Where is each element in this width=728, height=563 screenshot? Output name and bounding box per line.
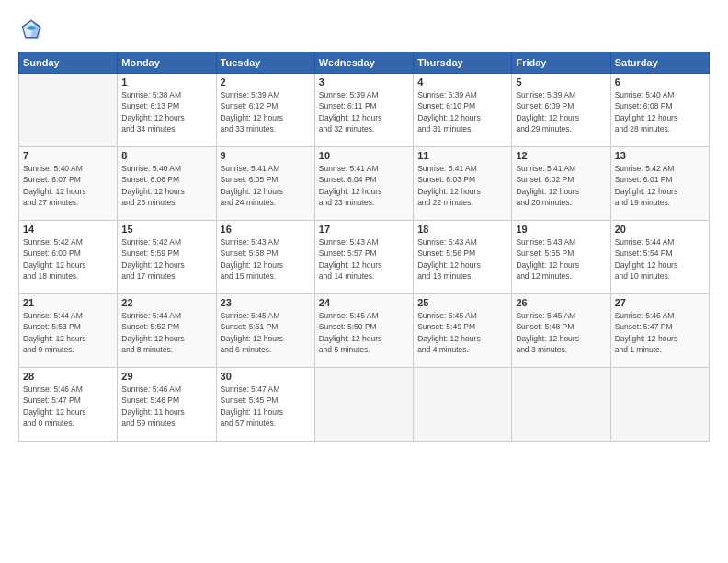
calendar-cell: 25Sunrise: 5:45 AM Sunset: 5:49 PM Dayli…: [414, 294, 512, 368]
weekday-header-thursday: Thursday: [414, 52, 512, 74]
day-number: 18: [417, 224, 507, 235]
day-info: Sunrise: 5:39 AM Sunset: 6:12 PM Dayligh…: [221, 89, 311, 134]
day-number: 2: [221, 76, 311, 87]
day-number: 3: [319, 76, 409, 87]
day-number: 19: [516, 224, 606, 235]
calendar-cell: 22Sunrise: 5:44 AM Sunset: 5:52 PM Dayli…: [118, 294, 216, 368]
day-number: 7: [23, 150, 113, 161]
day-number: 6: [615, 76, 705, 87]
day-info: Sunrise: 5:42 AM Sunset: 5:59 PM Dayligh…: [121, 236, 211, 282]
day-info: Sunrise: 5:40 AM Sunset: 6:06 PM Dayligh…: [121, 163, 211, 208]
calendar-cell: 8Sunrise: 5:40 AM Sunset: 6:06 PM Daylig…: [118, 147, 216, 221]
calendar-cell: 29Sunrise: 5:46 AM Sunset: 5:46 PM Dayli…: [118, 368, 216, 442]
calendar-cell: 24Sunrise: 5:45 AM Sunset: 5:50 PM Dayli…: [314, 294, 413, 368]
day-info: Sunrise: 5:44 AM Sunset: 5:53 PM Dayligh…: [23, 310, 113, 355]
calendar-cell: 21Sunrise: 5:44 AM Sunset: 5:53 PM Dayli…: [19, 294, 118, 368]
day-number: 4: [417, 76, 507, 87]
day-info: Sunrise: 5:41 AM Sunset: 6:02 PM Dayligh…: [516, 163, 606, 208]
day-info: Sunrise: 5:42 AM Sunset: 6:00 PM Dayligh…: [23, 236, 113, 282]
day-info: Sunrise: 5:45 AM Sunset: 5:50 PM Dayligh…: [319, 310, 409, 355]
calendar-cell: [414, 368, 512, 442]
logo-icon: [18, 17, 44, 42]
day-number: 26: [516, 297, 606, 308]
day-number: 16: [221, 224, 311, 235]
day-info: Sunrise: 5:46 AM Sunset: 5:47 PM Dayligh…: [615, 310, 705, 355]
day-info: Sunrise: 5:40 AM Sunset: 6:07 PM Dayligh…: [23, 163, 113, 208]
day-info: Sunrise: 5:41 AM Sunset: 6:04 PM Dayligh…: [319, 163, 409, 208]
logo: [18, 17, 50, 42]
calendar-cell: 19Sunrise: 5:43 AM Sunset: 5:55 PM Dayli…: [512, 221, 610, 294]
day-info: Sunrise: 5:41 AM Sunset: 6:03 PM Dayligh…: [417, 163, 507, 208]
day-number: 23: [221, 297, 311, 308]
calendar-cell: [314, 368, 413, 442]
calendar-cell: 12Sunrise: 5:41 AM Sunset: 6:02 PM Dayli…: [512, 147, 610, 221]
calendar-cell: 2Sunrise: 5:39 AM Sunset: 6:12 PM Daylig…: [216, 74, 314, 147]
day-info: Sunrise: 5:39 AM Sunset: 6:11 PM Dayligh…: [319, 89, 409, 134]
header: [18, 17, 710, 42]
weekday-header-sunday: Sunday: [19, 52, 118, 74]
calendar-cell: 6Sunrise: 5:40 AM Sunset: 6:08 PM Daylig…: [610, 74, 709, 147]
day-number: 15: [121, 224, 211, 235]
calendar-week-5: 28Sunrise: 5:46 AM Sunset: 5:47 PM Dayli…: [19, 368, 710, 442]
calendar-week-4: 21Sunrise: 5:44 AM Sunset: 5:53 PM Dayli…: [19, 294, 710, 368]
calendar-cell: 15Sunrise: 5:42 AM Sunset: 5:59 PM Dayli…: [118, 221, 216, 294]
day-number: 13: [615, 150, 705, 161]
calendar-cell: 13Sunrise: 5:42 AM Sunset: 6:01 PM Dayli…: [610, 147, 709, 221]
day-number: 14: [23, 224, 113, 235]
calendar-cell: 1Sunrise: 5:38 AM Sunset: 6:13 PM Daylig…: [118, 74, 216, 147]
day-number: 21: [23, 297, 113, 308]
day-number: 8: [121, 150, 211, 161]
day-number: 24: [319, 297, 409, 308]
day-info: Sunrise: 5:47 AM Sunset: 5:45 PM Dayligh…: [221, 384, 311, 429]
calendar-table: SundayMondayTuesdayWednesdayThursdayFrid…: [18, 52, 710, 442]
calendar-cell: 3Sunrise: 5:39 AM Sunset: 6:11 PM Daylig…: [314, 74, 413, 147]
day-info: Sunrise: 5:41 AM Sunset: 6:05 PM Dayligh…: [221, 163, 311, 208]
day-number: 29: [121, 371, 211, 382]
day-info: Sunrise: 5:40 AM Sunset: 6:08 PM Dayligh…: [615, 89, 705, 134]
day-number: 22: [121, 297, 211, 308]
day-info: Sunrise: 5:45 AM Sunset: 5:49 PM Dayligh…: [417, 310, 507, 355]
day-number: 9: [221, 150, 311, 161]
calendar-cell: 26Sunrise: 5:45 AM Sunset: 5:48 PM Dayli…: [512, 294, 610, 368]
day-info: Sunrise: 5:42 AM Sunset: 6:01 PM Dayligh…: [615, 163, 705, 208]
day-number: 25: [417, 297, 507, 308]
day-number: 28: [23, 371, 113, 382]
day-number: 30: [221, 371, 311, 382]
day-info: Sunrise: 5:39 AM Sunset: 6:10 PM Dayligh…: [417, 89, 507, 134]
day-number: 27: [615, 297, 705, 308]
day-info: Sunrise: 5:44 AM Sunset: 5:54 PM Dayligh…: [615, 236, 705, 282]
day-info: Sunrise: 5:43 AM Sunset: 5:58 PM Dayligh…: [221, 236, 311, 282]
calendar-cell: 28Sunrise: 5:46 AM Sunset: 5:47 PM Dayli…: [19, 368, 118, 442]
calendar-cell: [512, 368, 610, 442]
weekday-header-friday: Friday: [512, 52, 610, 74]
day-info: Sunrise: 5:46 AM Sunset: 5:47 PM Dayligh…: [23, 384, 113, 429]
calendar-header: SundayMondayTuesdayWednesdayThursdayFrid…: [19, 52, 710, 74]
calendar-cell: 18Sunrise: 5:43 AM Sunset: 5:56 PM Dayli…: [414, 221, 512, 294]
day-info: Sunrise: 5:45 AM Sunset: 5:51 PM Dayligh…: [221, 310, 311, 355]
day-info: Sunrise: 5:45 AM Sunset: 5:48 PM Dayligh…: [516, 310, 606, 355]
day-number: 11: [417, 150, 507, 161]
calendar-cell: 14Sunrise: 5:42 AM Sunset: 6:00 PM Dayli…: [19, 221, 118, 294]
calendar-cell: [19, 74, 118, 147]
day-info: Sunrise: 5:43 AM Sunset: 5:55 PM Dayligh…: [516, 236, 606, 282]
calendar-page: SundayMondayTuesdayWednesdayThursdayFrid…: [0, 0, 728, 563]
calendar-cell: 7Sunrise: 5:40 AM Sunset: 6:07 PM Daylig…: [19, 147, 118, 221]
day-info: Sunrise: 5:38 AM Sunset: 6:13 PM Dayligh…: [121, 89, 211, 134]
calendar-cell: 11Sunrise: 5:41 AM Sunset: 6:03 PM Dayli…: [414, 147, 512, 221]
calendar-cell: 4Sunrise: 5:39 AM Sunset: 6:10 PM Daylig…: [414, 74, 512, 147]
calendar-cell: 9Sunrise: 5:41 AM Sunset: 6:05 PM Daylig…: [216, 147, 314, 221]
day-info: Sunrise: 5:44 AM Sunset: 5:52 PM Dayligh…: [121, 310, 211, 355]
day-number: 12: [516, 150, 606, 161]
day-info: Sunrise: 5:43 AM Sunset: 5:57 PM Dayligh…: [319, 236, 409, 282]
day-info: Sunrise: 5:39 AM Sunset: 6:09 PM Dayligh…: [516, 89, 606, 134]
calendar-cell: 5Sunrise: 5:39 AM Sunset: 6:09 PM Daylig…: [512, 74, 610, 147]
calendar-cell: 27Sunrise: 5:46 AM Sunset: 5:47 PM Dayli…: [610, 294, 709, 368]
day-number: 17: [319, 224, 409, 235]
calendar-cell: 23Sunrise: 5:45 AM Sunset: 5:51 PM Dayli…: [216, 294, 314, 368]
weekday-row: SundayMondayTuesdayWednesdayThursdayFrid…: [19, 52, 710, 74]
weekday-header-tuesday: Tuesday: [216, 52, 314, 74]
calendar-week-2: 7Sunrise: 5:40 AM Sunset: 6:07 PM Daylig…: [19, 147, 710, 221]
calendar-cell: 10Sunrise: 5:41 AM Sunset: 6:04 PM Dayli…: [314, 147, 413, 221]
calendar-cell: 17Sunrise: 5:43 AM Sunset: 5:57 PM Dayli…: [314, 221, 413, 294]
day-info: Sunrise: 5:46 AM Sunset: 5:46 PM Dayligh…: [121, 384, 211, 429]
